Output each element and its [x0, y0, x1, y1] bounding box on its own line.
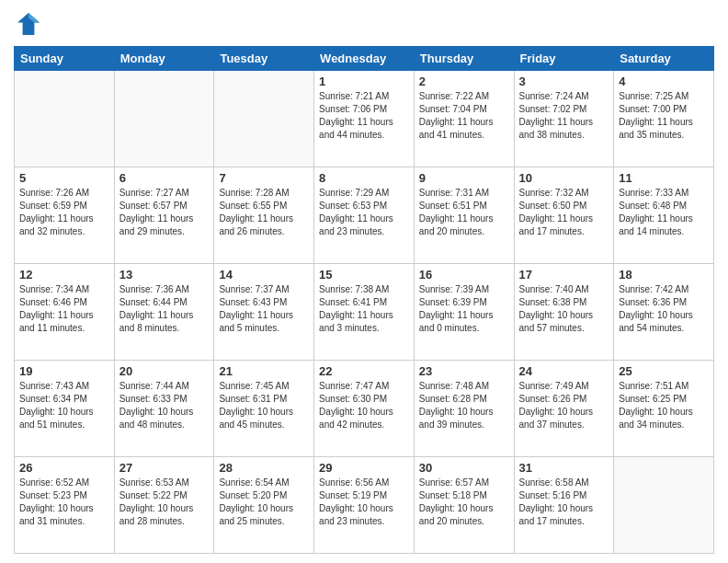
day-number: 26 — [19, 461, 109, 475]
day-cell: 8Sunrise: 7:29 AM Sunset: 6:53 PM Daylig… — [314, 167, 415, 264]
day-number: 20 — [119, 364, 210, 378]
week-row-1: 1Sunrise: 7:21 AM Sunset: 7:06 PM Daylig… — [15, 71, 714, 167]
header — [14, 9, 714, 39]
day-number: 13 — [119, 268, 210, 282]
day-info: Sunrise: 7:28 AM Sunset: 6:55 PM Dayligh… — [219, 187, 309, 238]
day-number: 17 — [519, 268, 609, 282]
day-cell: 24Sunrise: 7:49 AM Sunset: 6:26 PM Dayli… — [514, 361, 614, 457]
day-number: 6 — [119, 171, 210, 185]
col-thursday: Thursday — [414, 47, 514, 71]
day-cell: 26Sunrise: 6:52 AM Sunset: 5:23 PM Dayli… — [15, 457, 115, 554]
col-tuesday: Tuesday — [214, 47, 314, 71]
day-cell: 15Sunrise: 7:38 AM Sunset: 6:41 PM Dayli… — [314, 264, 415, 361]
day-info: Sunrise: 7:44 AM Sunset: 6:33 PM Dayligh… — [119, 380, 210, 431]
day-info: Sunrise: 7:45 AM Sunset: 6:31 PM Dayligh… — [219, 380, 309, 431]
day-cell: 7Sunrise: 7:28 AM Sunset: 6:55 PM Daylig… — [214, 167, 314, 264]
col-friday: Friday — [514, 47, 614, 71]
day-info: Sunrise: 6:56 AM Sunset: 5:19 PM Dayligh… — [319, 477, 409, 528]
day-number: 29 — [319, 461, 409, 475]
day-info: Sunrise: 6:58 AM Sunset: 5:16 PM Dayligh… — [519, 477, 609, 528]
day-number: 28 — [219, 461, 309, 475]
day-info: Sunrise: 6:54 AM Sunset: 5:20 PM Dayligh… — [219, 477, 309, 528]
day-info: Sunrise: 7:39 AM Sunset: 6:39 PM Dayligh… — [419, 283, 509, 335]
day-cell: 30Sunrise: 6:57 AM Sunset: 5:18 PM Dayli… — [414, 457, 514, 554]
day-info: Sunrise: 7:51 AM Sunset: 6:25 PM Dayligh… — [619, 380, 709, 431]
day-cell: 4Sunrise: 7:25 AM Sunset: 7:00 PM Daylig… — [614, 71, 714, 167]
day-cell — [15, 71, 115, 167]
day-number: 3 — [519, 75, 609, 88]
calendar-header-row: Sunday Monday Tuesday Wednesday Thursday… — [15, 47, 714, 71]
page: Sunday Monday Tuesday Wednesday Thursday… — [0, 0, 728, 563]
day-info: Sunrise: 7:21 AM Sunset: 7:06 PM Dayligh… — [319, 90, 409, 142]
day-cell — [214, 71, 314, 167]
day-cell: 2Sunrise: 7:22 AM Sunset: 7:04 PM Daylig… — [414, 71, 514, 167]
day-info: Sunrise: 6:57 AM Sunset: 5:18 PM Dayligh… — [419, 477, 509, 528]
day-cell: 29Sunrise: 6:56 AM Sunset: 5:19 PM Dayli… — [314, 457, 415, 554]
day-number: 9 — [419, 171, 509, 185]
day-cell: 27Sunrise: 6:53 AM Sunset: 5:22 PM Dayli… — [114, 457, 214, 554]
day-number: 24 — [519, 364, 609, 378]
day-number: 18 — [619, 268, 709, 282]
day-number: 7 — [219, 171, 309, 185]
day-number: 8 — [319, 171, 409, 185]
day-cell: 3Sunrise: 7:24 AM Sunset: 7:02 PM Daylig… — [514, 71, 614, 167]
day-number: 30 — [419, 461, 509, 475]
day-info: Sunrise: 7:43 AM Sunset: 6:34 PM Dayligh… — [19, 380, 109, 431]
week-row-3: 12Sunrise: 7:34 AM Sunset: 6:46 PM Dayli… — [15, 264, 714, 361]
day-info: Sunrise: 7:38 AM Sunset: 6:41 PM Dayligh… — [319, 283, 409, 335]
day-number: 2 — [419, 75, 509, 88]
day-cell: 11Sunrise: 7:33 AM Sunset: 6:48 PM Dayli… — [614, 167, 714, 264]
week-row-2: 5Sunrise: 7:26 AM Sunset: 6:59 PM Daylig… — [15, 167, 714, 264]
day-cell: 28Sunrise: 6:54 AM Sunset: 5:20 PM Dayli… — [214, 457, 314, 554]
day-number: 12 — [19, 268, 109, 282]
day-info: Sunrise: 7:26 AM Sunset: 6:59 PM Dayligh… — [19, 187, 109, 238]
day-cell: 12Sunrise: 7:34 AM Sunset: 6:46 PM Dayli… — [15, 264, 115, 361]
day-cell: 31Sunrise: 6:58 AM Sunset: 5:16 PM Dayli… — [514, 457, 614, 554]
day-info: Sunrise: 7:25 AM Sunset: 7:00 PM Dayligh… — [619, 90, 709, 142]
day-cell: 19Sunrise: 7:43 AM Sunset: 6:34 PM Dayli… — [15, 361, 115, 457]
col-sunday: Sunday — [15, 47, 115, 71]
day-number: 11 — [619, 171, 709, 185]
day-info: Sunrise: 6:53 AM Sunset: 5:22 PM Dayligh… — [119, 477, 210, 528]
day-info: Sunrise: 7:36 AM Sunset: 6:44 PM Dayligh… — [119, 283, 210, 335]
col-monday: Monday — [114, 47, 214, 71]
day-info: Sunrise: 7:32 AM Sunset: 6:50 PM Dayligh… — [519, 187, 609, 238]
day-info: Sunrise: 7:27 AM Sunset: 6:57 PM Dayligh… — [119, 187, 210, 238]
day-cell: 21Sunrise: 7:45 AM Sunset: 6:31 PM Dayli… — [214, 361, 314, 457]
day-info: Sunrise: 7:42 AM Sunset: 6:36 PM Dayligh… — [619, 283, 709, 335]
day-number: 25 — [619, 364, 709, 378]
day-cell: 23Sunrise: 7:48 AM Sunset: 6:28 PM Dayli… — [414, 361, 514, 457]
day-info: Sunrise: 7:48 AM Sunset: 6:28 PM Dayligh… — [419, 380, 509, 431]
day-cell: 17Sunrise: 7:40 AM Sunset: 6:38 PM Dayli… — [514, 264, 614, 361]
day-info: Sunrise: 7:22 AM Sunset: 7:04 PM Dayligh… — [419, 90, 509, 142]
day-info: Sunrise: 7:37 AM Sunset: 6:43 PM Dayligh… — [219, 283, 309, 335]
day-info: Sunrise: 7:34 AM Sunset: 6:46 PM Dayligh… — [19, 283, 109, 335]
day-number: 21 — [219, 364, 309, 378]
day-number: 4 — [619, 75, 709, 88]
day-cell — [114, 71, 214, 167]
day-cell: 1Sunrise: 7:21 AM Sunset: 7:06 PM Daylig… — [314, 71, 415, 167]
day-info: Sunrise: 7:49 AM Sunset: 6:26 PM Dayligh… — [519, 380, 609, 431]
logo — [14, 9, 47, 39]
day-number: 23 — [419, 364, 509, 378]
week-row-5: 26Sunrise: 6:52 AM Sunset: 5:23 PM Dayli… — [15, 457, 714, 554]
day-cell — [614, 457, 714, 554]
day-cell: 22Sunrise: 7:47 AM Sunset: 6:30 PM Dayli… — [314, 361, 415, 457]
day-cell: 16Sunrise: 7:39 AM Sunset: 6:39 PM Dayli… — [414, 264, 514, 361]
day-cell: 14Sunrise: 7:37 AM Sunset: 6:43 PM Dayli… — [214, 264, 314, 361]
day-number: 31 — [519, 461, 609, 475]
day-number: 1 — [319, 75, 409, 88]
day-number: 22 — [319, 364, 409, 378]
day-cell: 20Sunrise: 7:44 AM Sunset: 6:33 PM Dayli… — [114, 361, 214, 457]
day-cell: 25Sunrise: 7:51 AM Sunset: 6:25 PM Dayli… — [614, 361, 714, 457]
day-cell: 5Sunrise: 7:26 AM Sunset: 6:59 PM Daylig… — [15, 167, 115, 264]
day-number: 16 — [419, 268, 509, 282]
day-cell: 10Sunrise: 7:32 AM Sunset: 6:50 PM Dayli… — [514, 167, 614, 264]
day-info: Sunrise: 6:52 AM Sunset: 5:23 PM Dayligh… — [19, 477, 109, 528]
day-info: Sunrise: 7:40 AM Sunset: 6:38 PM Dayligh… — [519, 283, 609, 335]
day-info: Sunrise: 7:24 AM Sunset: 7:02 PM Dayligh… — [519, 90, 609, 142]
day-cell: 9Sunrise: 7:31 AM Sunset: 6:51 PM Daylig… — [414, 167, 514, 264]
week-row-4: 19Sunrise: 7:43 AM Sunset: 6:34 PM Dayli… — [15, 361, 714, 457]
calendar-table: Sunday Monday Tuesday Wednesday Thursday… — [14, 46, 714, 554]
day-cell: 6Sunrise: 7:27 AM Sunset: 6:57 PM Daylig… — [114, 167, 214, 264]
